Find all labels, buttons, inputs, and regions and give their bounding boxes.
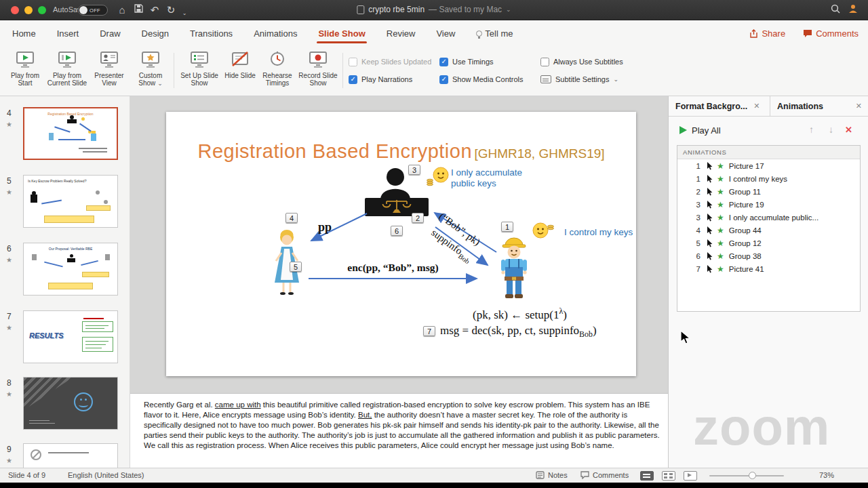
- tab-transitions[interactable]: Transitions: [189, 22, 234, 45]
- close-button[interactable]: [11, 6, 19, 14]
- keep-slides-updated-checkbox[interactable]: Keep Slides Updated: [349, 55, 431, 68]
- step-badge-5[interactable]: 5: [290, 262, 302, 272]
- record-slide-show-button[interactable]: Record Slide Show: [298, 51, 338, 87]
- slide-show-view-button[interactable]: [684, 471, 697, 481]
- save-icon[interactable]: [132, 3, 145, 17]
- dec-equation[interactable]: msg = dec(sk, pp, ct, suppinfoBob): [440, 324, 597, 340]
- autosave-toggle[interactable]: OFF: [78, 5, 108, 16]
- remove-animation-icon[interactable]: ✕: [845, 125, 852, 135]
- language-indicator[interactable]: English (United States): [68, 471, 144, 479]
- search-icon[interactable]: [829, 3, 842, 17]
- step-badge-2[interactable]: 2: [412, 213, 424, 223]
- animation-item[interactable]: 5 ★ Group 12: [677, 237, 860, 249]
- zoom-slider-thumb[interactable]: [749, 472, 756, 479]
- comments-status-icon[interactable]: [580, 471, 589, 481]
- tab-draw[interactable]: Draw: [98, 22, 121, 45]
- thumbnail-slide-6[interactable]: Our Proposal: Verifiable RBE: [23, 243, 118, 296]
- animation-item[interactable]: 7 ★ Picture 41: [677, 262, 860, 275]
- coin-emoji-bob[interactable]: [533, 223, 554, 238]
- animation-item[interactable]: 1 ★ Picture 17: [677, 159, 860, 172]
- animation-item[interactable]: 6 ★ Group 38: [677, 249, 860, 262]
- tab-animations[interactable]: Animations: [252, 22, 298, 45]
- step-badge-3[interactable]: 3: [408, 165, 420, 175]
- slide-canvas[interactable]: Registration Based Encryption [GHMR18, G…: [166, 112, 636, 376]
- step-badge-6[interactable]: 6: [391, 226, 403, 236]
- thumbnail-slide-7[interactable]: RESULTS: [23, 310, 118, 363]
- zoom-slider[interactable]: [709, 475, 784, 476]
- notes-toggle[interactable]: Notes: [548, 471, 568, 479]
- animation-item[interactable]: 3 ★ Picture 19: [677, 198, 860, 211]
- undo-icon[interactable]: ↶: [148, 3, 161, 17]
- redo-dropdown-icon[interactable]: ⌄: [178, 7, 191, 20]
- subtitle-settings-button[interactable]: Subtitle Settings⌄: [540, 73, 623, 86]
- comments-toggle[interactable]: Comments: [593, 471, 629, 479]
- animations-pane-tab[interactable]: Animations ✕: [770, 96, 868, 116]
- minimize-button[interactable]: [24, 6, 33, 14]
- custom-show-icon: [140, 51, 161, 68]
- always-use-subtitles-checkbox[interactable]: Always Use Subtitles: [540, 55, 623, 68]
- format-background-pane-tab[interactable]: Format Backgro... ✕: [669, 96, 770, 116]
- tab-home[interactable]: Home: [11, 22, 37, 45]
- close-pane-icon[interactable]: ✕: [856, 102, 862, 110]
- enc-label[interactable]: enc(pp, “Bob”, msg): [330, 262, 456, 274]
- mouse-pointer-icon: [707, 265, 713, 273]
- pp-label[interactable]: pp: [318, 220, 332, 235]
- fullscreen-button[interactable]: [38, 6, 46, 14]
- share-button[interactable]: Share: [749, 28, 785, 39]
- play-icon: [679, 126, 687, 134]
- slide-sorter-view-button[interactable]: [662, 471, 675, 481]
- tab-insert[interactable]: Insert: [56, 22, 81, 45]
- animation-item[interactable]: 1 ★ I control my keys: [677, 172, 860, 185]
- move-up-icon[interactable]: ↑: [809, 124, 814, 135]
- play-from-start-button[interactable]: Play from Start: [5, 51, 45, 87]
- animation-item[interactable]: 4 ★ Group 44: [677, 224, 860, 237]
- control-note[interactable]: I control my keys: [564, 227, 633, 238]
- play-narrations-checkbox[interactable]: Play Narrations: [349, 73, 431, 86]
- tab-review[interactable]: Review: [385, 22, 417, 45]
- home-icon[interactable]: ⌂: [115, 3, 129, 17]
- notes-text[interactable]: Recently Garg et al. came up with this b…: [144, 400, 660, 451]
- authority-figure[interactable]: [365, 168, 429, 216]
- tab-tell-me[interactable]: Tell me: [475, 22, 514, 45]
- animation-item[interactable]: 2 ★ Group 11: [677, 185, 860, 198]
- bob-figure[interactable]: [501, 238, 527, 298]
- close-pane-icon[interactable]: ✕: [753, 102, 760, 110]
- share-icon: [749, 29, 758, 38]
- comments-button[interactable]: Comments: [803, 28, 859, 39]
- redo-icon[interactable]: ↻: [164, 3, 178, 17]
- animation-item[interactable]: 3 ★ I only accumulate public...: [677, 211, 860, 224]
- move-down-icon[interactable]: ↓: [829, 124, 833, 135]
- presenter-view-button[interactable]: Presenter View: [90, 51, 128, 87]
- chevron-down-icon: ⌄: [614, 76, 619, 83]
- thumbnail-slide-8[interactable]: [23, 377, 118, 430]
- speaker-notes-area[interactable]: Recently Garg et al. came up with this b…: [130, 393, 668, 468]
- normal-view-button[interactable]: [640, 471, 654, 481]
- tab-slide-show[interactable]: Slide Show: [317, 22, 366, 45]
- accumulate-note[interactable]: I only accumulate public keys: [451, 167, 522, 189]
- zoom-percentage[interactable]: 73%: [807, 471, 834, 479]
- notes-icon[interactable]: [536, 471, 545, 481]
- setup-equation[interactable]: (pk, sk) ← setup(1λ): [473, 306, 567, 322]
- thumbnail-slide-4[interactable]: Registration Based Encryption: [23, 107, 118, 160]
- tab-design[interactable]: Design: [140, 22, 170, 45]
- tab-view[interactable]: View: [435, 22, 456, 45]
- thumbnail-slide-9[interactable]: [23, 443, 118, 468]
- rehearse-timings-button[interactable]: Rehearse Timings: [258, 51, 296, 87]
- play-all-button[interactable]: Play All: [692, 125, 721, 136]
- use-timings-checkbox[interactable]: Use TimingsUse TimingsUse Timings: [439, 55, 524, 68]
- thumbnail-slide-5[interactable]: Is Key Escrow Problem Really Solved?: [23, 175, 118, 228]
- play-from-current-button[interactable]: Play from Current Slide: [46, 51, 88, 87]
- step-badge-4[interactable]: 4: [285, 213, 298, 223]
- step-badge-1[interactable]: 1: [501, 222, 513, 232]
- animation-effect-star-icon: ★: [717, 252, 724, 260]
- subtitles-icon: [540, 75, 551, 83]
- account-icon[interactable]: [846, 3, 860, 17]
- step-badge-7[interactable]: 7: [423, 326, 435, 336]
- custom-show-button[interactable]: Custom Show ⌄: [131, 51, 170, 87]
- set-up-slide-show-button[interactable]: Set Up Slide Show: [178, 51, 220, 87]
- hide-slide-button[interactable]: Hide Slide: [224, 51, 256, 79]
- coin-emoji-authority[interactable]: [427, 167, 449, 186]
- show-media-controls-checkbox[interactable]: Show Media Controls: [439, 73, 524, 86]
- document-title[interactable]: crypto rbe 5min — Saved to my Mac ⌄: [357, 5, 511, 14]
- stripes-decoration: [24, 378, 73, 410]
